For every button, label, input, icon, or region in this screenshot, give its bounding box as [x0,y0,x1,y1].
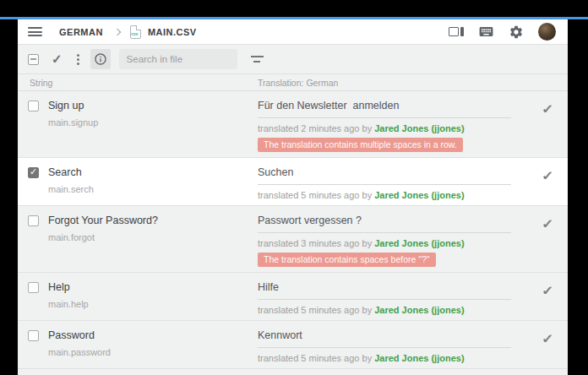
row-checkbox[interactable] [28,330,39,341]
table-row[interactable]: Help main.help Hilfe translated 5 minute… [18,273,568,321]
info-button[interactable] [90,49,111,69]
chevron-right-icon [114,28,121,35]
translated-check-icon[interactable]: ✓ [542,331,553,363]
table-row[interactable]: Password main.password Kennwort translat… [18,321,568,369]
row-checkbox[interactable] [28,215,39,226]
column-header-translation: Translation: German [258,78,568,88]
row-checkbox[interactable] [28,282,39,293]
table-row[interactable]: Log in Anmelden ✓ [18,369,568,375]
translated-ago-text: translated 5 minutes ago by [258,305,374,315]
translated-ago-text: translated 5 minutes ago by [258,353,374,363]
author-link[interactable]: Jared Jones (jjones) [374,190,464,200]
translated-ago-text: translated 3 minutes ago by [258,238,374,248]
string-list: Sign up main.signup Für den Newsletter a… [18,91,568,375]
source-string[interactable]: Help [48,281,89,293]
asset-id: main.password [48,347,111,357]
translation-meta: translated 5 minutes ago by Jared Jones … [258,190,511,200]
author-link[interactable]: Jared Jones (jjones) [374,123,464,133]
translation-field[interactable]: Kennwort [258,329,511,348]
filter-icon[interactable] [251,56,264,62]
translated-ago-text: translated 5 minutes ago by [258,190,374,200]
translated-check-icon[interactable]: ✓ [542,101,553,152]
asset-id: main.serch [48,184,94,194]
asset-id: main.forgot [48,232,158,242]
menu-icon[interactable] [28,27,42,36]
mark-translated-icon[interactable]: ✓ [52,52,63,67]
table-row[interactable]: Search main.serch Suchen translated 5 mi… [18,158,568,206]
top-accent-bar [0,17,588,19]
translation-meta: translated 2 minutes ago by Jared Jones … [258,123,511,133]
side-panel-icon[interactable] [449,27,464,36]
source-string[interactable]: Forgot Your Password? [48,215,158,226]
breadcrumb-locale[interactable]: GERMAN [59,27,103,37]
source-string[interactable]: Search [48,166,94,178]
translated-check-icon[interactable]: ✓ [542,168,553,200]
translated-check-icon[interactable]: ✓ [542,216,553,267]
toolbar: ✓ [18,45,568,73]
table-row[interactable]: Sign up main.signup Für den Newsletter a… [18,91,568,158]
translation-meta: translated 5 minutes ago by Jared Jones … [258,305,511,315]
translated-check-icon[interactable]: ✓ [542,283,553,315]
row-checkbox[interactable] [28,101,39,111]
column-header-string: String [18,78,258,88]
more-options-icon[interactable] [77,58,79,61]
warning-badge: The translation contains multiple spaces… [258,138,463,152]
app-window: GERMAN csv MAIN.CSV ✓ String Translation… [18,19,568,375]
settings-gear-icon[interactable] [509,24,524,40]
asset-id: main.help [48,299,89,309]
keyboard-icon[interactable] [478,24,494,40]
source-string[interactable]: Password [48,329,111,341]
translation-field[interactable]: Suchen [258,166,511,185]
csv-file-icon: csv [130,25,141,39]
breadcrumb-file-name[interactable]: MAIN.CSV [148,27,197,37]
search-input[interactable] [119,49,237,69]
select-all-checkbox[interactable] [28,54,39,65]
source-string[interactable]: Sign up [48,100,98,111]
user-avatar[interactable] [538,23,556,41]
author-link[interactable]: Jared Jones (jjones) [374,353,464,363]
table-row[interactable]: Forgot Your Password? main.forgot Passwo… [18,206,568,273]
titlebar: GERMAN csv MAIN.CSV [18,19,568,45]
translation-meta: translated 5 minutes ago by Jared Jones … [258,353,511,363]
translated-ago-text: translated 2 minutes ago by [258,123,374,133]
info-icon [94,52,107,66]
translation-field[interactable]: Passwort vergessen ? [258,215,511,233]
author-link[interactable]: Jared Jones (jjones) [374,238,464,248]
asset-id: main.signup [48,117,98,128]
table-header: String Translation: German [18,73,568,91]
author-link[interactable]: Jared Jones (jjones) [374,305,464,315]
row-checkbox[interactable] [28,167,39,178]
warning-badge: The translation contains spaces before "… [258,253,436,267]
translation-field[interactable]: Hilfe [258,281,511,300]
translation-field[interactable]: Für den Newsletter anmelden [258,100,511,118]
translation-meta: translated 3 minutes ago by Jared Jones … [258,238,511,248]
